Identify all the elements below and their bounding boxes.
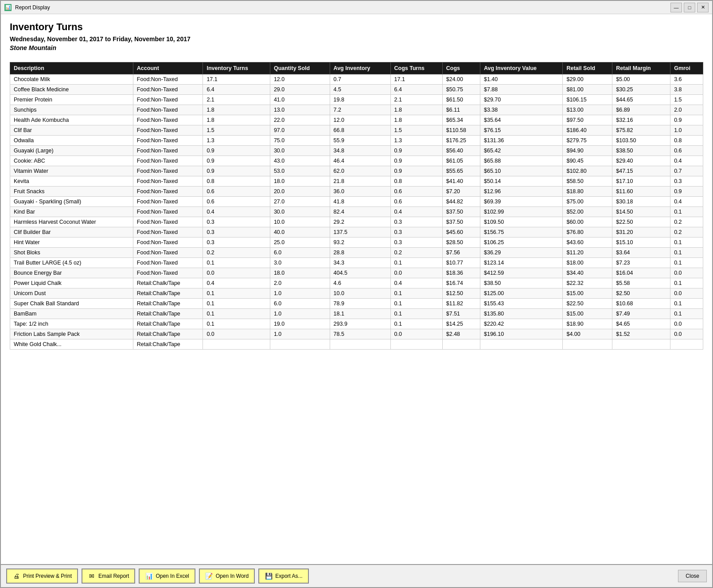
table-cell: White Gold Chalk... — [10, 339, 133, 350]
table-cell: $16.04 — [612, 268, 670, 278]
table-cell: 66.8 — [330, 125, 390, 136]
table-cell: Food:Non-Taxed — [133, 217, 203, 227]
table-cell: $60.00 — [563, 217, 612, 227]
table-cell: Kevita — [10, 176, 133, 187]
table-cell: Cookie: ABC — [10, 156, 133, 166]
col-gmroi: Gmroi — [670, 62, 703, 74]
table-cell: Food:Non-Taxed — [133, 197, 203, 207]
table-cell: $156.75 — [480, 227, 562, 238]
table-cell: 93.2 — [330, 238, 390, 248]
table-cell: 18.0 — [270, 176, 330, 187]
table-cell: $30.18 — [612, 197, 670, 207]
table-cell: 19.0 — [270, 319, 330, 329]
table-cell: $103.50 — [612, 136, 670, 146]
word-button[interactable]: 📝 Open In Word — [199, 569, 255, 584]
table-cell: $76.80 — [563, 227, 612, 238]
table-cell: $32.16 — [612, 115, 670, 125]
table-cell: 78.9 — [330, 299, 390, 309]
table-cell: 17.1 — [390, 74, 442, 85]
table-cell: $7.23 — [612, 258, 670, 268]
table-cell: 0.1 — [390, 309, 442, 319]
table-cell: 0.3 — [203, 227, 270, 238]
table-cell: $75.00 — [563, 197, 612, 207]
table-cell: 40.0 — [270, 227, 330, 238]
table-cell: $52.00 — [563, 207, 612, 217]
table-cell: 1.0 — [270, 329, 330, 339]
table-cell: 0.0 — [670, 288, 703, 299]
table-cell: 1.8 — [203, 115, 270, 125]
table-cell: $29.70 — [480, 95, 562, 105]
table-cell: Food:Non-Taxed — [133, 85, 203, 95]
table-cell: 41.8 — [330, 197, 390, 207]
table-cell: $10.77 — [442, 258, 480, 268]
table-cell: $11.20 — [563, 248, 612, 258]
print-button[interactable]: 🖨 Print Preview & Print — [6, 569, 78, 584]
col-retail-sold: Retail Sold — [563, 62, 612, 74]
table-cell: 0.1 — [670, 248, 703, 258]
table-cell: 0.2 — [390, 248, 442, 258]
table-row: Tape: 1/2 inchRetail:Chalk/Tape0.119.029… — [10, 319, 703, 329]
table-cell: 0.4 — [390, 207, 442, 217]
close-button[interactable]: Close — [678, 570, 707, 582]
table-cell: $106.15 — [563, 95, 612, 105]
table-cell: $102.99 — [480, 207, 562, 217]
table-cell: $90.45 — [563, 156, 612, 166]
table-cell: $61.05 — [442, 156, 480, 166]
table-cell: 13.0 — [270, 105, 330, 115]
table-cell: Premier Protein — [10, 95, 133, 105]
table-cell: 2.0 — [670, 105, 703, 115]
table-cell: 0.4 — [203, 207, 270, 217]
table-cell: 41.0 — [270, 95, 330, 105]
table-cell: Chocolate Milk — [10, 74, 133, 85]
table-cell: Clif Bar — [10, 125, 133, 136]
table-cell: Food:Non-Taxed — [133, 227, 203, 238]
maximize-button[interactable]: □ — [684, 3, 695, 12]
export-label: Export As... — [275, 573, 302, 579]
table-cell: 18.0 — [270, 268, 330, 278]
table-row: Bounce Energy BarFood:Non-Taxed0.018.040… — [10, 268, 703, 278]
table-cell: 20.0 — [270, 187, 330, 197]
table-cell: Super Chalk Ball Standard — [10, 299, 133, 309]
table-cell: Guayaki - Sparkling (Small) — [10, 197, 133, 207]
table-cell: 0.8 — [670, 136, 703, 146]
table-cell: 0.1 — [670, 207, 703, 217]
table-cell: 0.1 — [670, 238, 703, 248]
table-cell: 1.5 — [390, 125, 442, 136]
table-cell: 10.0 — [270, 217, 330, 227]
table-cell: $38.50 — [612, 146, 670, 156]
table-cell: $110.58 — [442, 125, 480, 136]
table-cell: $196.10 — [480, 329, 562, 339]
table-cell: 0.1 — [670, 309, 703, 319]
table-cell: 0.8 — [203, 176, 270, 187]
main-content: Inventory Turns Wednesday, November 01, … — [1, 14, 712, 564]
table-cell: $5.58 — [612, 278, 670, 288]
table-cell: 3.8 — [670, 85, 703, 95]
table-row: White Gold Chalk...Retail:Chalk/Tape — [10, 339, 703, 350]
table-row: SunchipsFood:Non-Taxed1.813.07.21.8$6.11… — [10, 105, 703, 115]
table-row: BamBamRetail:Chalk/Tape0.11.018.10.1$7.5… — [10, 309, 703, 319]
table-cell: $36.29 — [480, 248, 562, 258]
email-button[interactable]: ✉ Email Report — [82, 569, 135, 584]
table-cell: $123.14 — [480, 258, 562, 268]
print-icon: 🖨 — [12, 572, 20, 580]
table-cell: Food:Non-Taxed — [133, 187, 203, 197]
table-cell: 18.1 — [330, 309, 390, 319]
minimize-button[interactable]: — — [670, 3, 682, 12]
table-cell: 0.0 — [670, 329, 703, 339]
table-cell: Food:Non-Taxed — [133, 146, 203, 156]
table-cell: $43.60 — [563, 238, 612, 248]
table-cell: $15.00 — [563, 288, 612, 299]
table-cell: 0.1 — [390, 319, 442, 329]
col-avg-inventory: Avg Inventory — [330, 62, 390, 74]
table-row: Power Liquid ChalkRetail:Chalk/Tape0.42.… — [10, 278, 703, 288]
table-cell — [442, 339, 480, 350]
table-cell: 0.6 — [390, 197, 442, 207]
table-cell: $15.10 — [612, 238, 670, 248]
table-cell: $13.00 — [563, 105, 612, 115]
close-window-button[interactable]: ✕ — [697, 3, 709, 12]
export-button[interactable]: 💾 Export As... — [258, 569, 308, 584]
table-cell: $16.74 — [442, 278, 480, 288]
excel-button[interactable]: 📊 Open In Excel — [139, 569, 195, 584]
table-cell: Retail:Chalk/Tape — [133, 288, 203, 299]
table-cell: 0.9 — [203, 166, 270, 176]
